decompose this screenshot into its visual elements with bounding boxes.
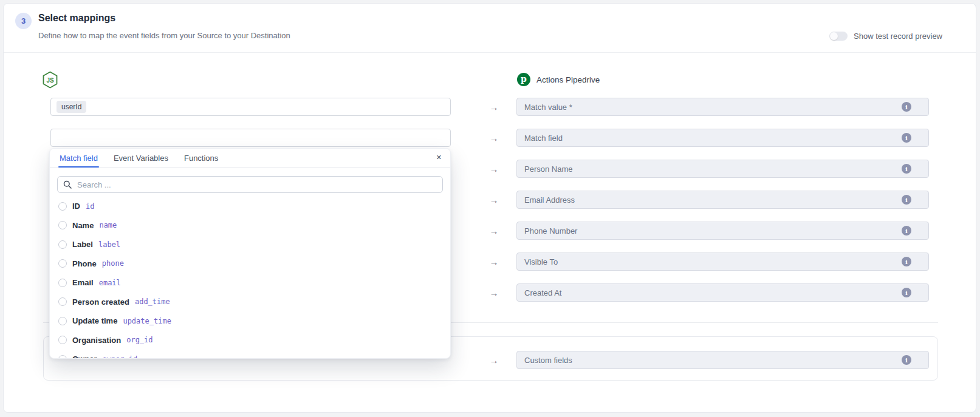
tab-event-variables[interactable]: Event Variables: [114, 149, 168, 167]
dropdown-tabbar: Match fieldEvent VariablesFunctions ✕: [50, 149, 450, 168]
option-code: email: [99, 279, 121, 287]
destination-field-label: Created At: [524, 288, 902, 297]
page-title: Select mappings: [38, 13, 115, 24]
option-label: Phone: [72, 259, 97, 268]
dropdown-searchbox: [57, 176, 443, 193]
destination-header: p Actions Pipedrive: [517, 73, 600, 86]
destination-field-label: Phone Number: [524, 226, 902, 236]
dropdown-option[interactable]: Update timeupdate_time: [50, 311, 450, 331]
destination-field-label: Match field: [524, 134, 902, 143]
destination-field-custom[interactable]: Custom fields i: [516, 351, 929, 369]
dropdown-option[interactable]: Person createdadd_time: [50, 293, 450, 312]
option-label: Owner: [72, 354, 97, 359]
option-label: ID: [72, 202, 80, 211]
radio-button-icon[interactable]: [58, 221, 67, 229]
mapping-arrow-icon: →: [485, 98, 502, 116]
source-field-input-userid[interactable]: userId: [50, 98, 451, 116]
step-number: 3: [21, 16, 26, 25]
dropdown-option[interactable]: Ownerowner_id: [50, 350, 450, 359]
option-code: id: [86, 202, 94, 211]
info-icon[interactable]: i: [902, 102, 911, 112]
radio-button-icon[interactable]: [58, 317, 67, 325]
option-code: label: [98, 240, 120, 249]
mapping-arrow-icon: →: [485, 129, 502, 147]
option-code: org_id: [126, 336, 152, 344]
info-icon[interactable]: i: [902, 195, 911, 205]
info-icon[interactable]: i: [902, 355, 911, 365]
svg-text:JS: JS: [46, 77, 54, 84]
option-code: add_time: [135, 297, 170, 306]
mapping-arrow-icon: →: [485, 253, 502, 271]
destination-field[interactable]: Created Ati: [516, 283, 929, 302]
nodejs-icon: JS: [42, 71, 58, 89]
dropdown-option-list: IDidNamenameLabellabelPhonephoneEmailema…: [50, 197, 450, 359]
info-icon[interactable]: i: [902, 257, 911, 266]
option-label: Email: [72, 278, 94, 287]
mapping-arrow-icon: →: [485, 351, 502, 369]
info-icon[interactable]: i: [902, 133, 911, 143]
mappings-content: JS p Actions Pipedrive userId →Match val…: [4, 53, 976, 412]
step-badge: 3: [15, 13, 32, 29]
destination-field[interactable]: Person Namei: [516, 160, 929, 178]
radio-button-icon[interactable]: [58, 336, 67, 344]
field-picker-dropdown: Match fieldEvent VariablesFunctions ✕ ID…: [49, 148, 451, 359]
radio-button-icon[interactable]: [58, 297, 67, 306]
tab-functions[interactable]: Functions: [184, 149, 218, 167]
mapping-arrow-icon: →: [485, 160, 502, 178]
info-icon[interactable]: i: [902, 288, 911, 297]
option-code: name: [99, 221, 117, 229]
mapping-arrow-icon: →: [485, 283, 502, 302]
tab-match-field[interactable]: Match field: [60, 149, 98, 167]
destination-field-label: Email Address: [524, 195, 902, 205]
radio-button-icon[interactable]: [58, 355, 67, 359]
show-test-record-toggle[interactable]: [829, 32, 848, 41]
destination-field[interactable]: Email Addressi: [516, 191, 929, 209]
header: 3 Select mappings Define how to map the …: [4, 4, 976, 53]
radio-button-icon[interactable]: [58, 279, 67, 287]
option-label: Label: [72, 240, 93, 249]
mapping-arrow-icon: →: [485, 222, 502, 240]
select-mappings-screen: 3 Select mappings Define how to map the …: [0, 0, 980, 417]
dropdown-option[interactable]: Labellabel: [50, 235, 450, 254]
option-label: Organisation: [72, 336, 121, 345]
pipedrive-icon: p: [517, 73, 530, 86]
destination-field-label: Person Name: [524, 164, 902, 174]
option-label: Name: [72, 221, 94, 230]
destination-field-label: Visible To: [524, 257, 902, 266]
test-record-toggle-row: Show test record preview: [829, 32, 942, 41]
close-icon[interactable]: ✕: [436, 154, 442, 161]
option-code: owner_id: [102, 355, 137, 359]
option-code: update_time: [123, 317, 171, 325]
dropdown-option[interactable]: IDid: [50, 197, 450, 216]
option-label: Person created: [72, 297, 129, 307]
source-value-chip[interactable]: userId: [57, 101, 86, 113]
destination-field[interactable]: Match value *i: [516, 98, 929, 116]
dropdown-option[interactable]: Phonephone: [50, 254, 450, 274]
destination-field[interactable]: Match fieldi: [516, 129, 929, 147]
radio-button-icon[interactable]: [58, 259, 67, 268]
option-code: phone: [102, 259, 124, 268]
toggle-knob-icon: [830, 32, 838, 40]
dropdown-tabs: Match fieldEvent VariablesFunctions: [60, 149, 218, 167]
source-field-input-empty[interactable]: [50, 129, 451, 147]
destination-field-label: Custom fields: [524, 356, 902, 365]
radio-button-icon[interactable]: [58, 240, 67, 249]
search-input[interactable]: [76, 180, 437, 190]
dropdown-option[interactable]: Organisationorg_id: [50, 331, 450, 350]
search-icon: [63, 180, 72, 189]
page-card: 3 Select mappings Define how to map the …: [3, 3, 976, 413]
destination-field[interactable]: Visible Toi: [516, 253, 929, 271]
destination-field[interactable]: Phone Numberi: [516, 222, 929, 240]
destination-title: Actions Pipedrive: [536, 75, 600, 84]
dropdown-option[interactable]: Emailemail: [50, 273, 450, 293]
option-label: Update time: [72, 316, 117, 325]
destination-field-label: Match value *: [524, 103, 902, 112]
dropdown-option[interactable]: Namename: [50, 216, 450, 236]
toggle-label: Show test record preview: [854, 32, 942, 41]
page-subtitle: Define how to map the event fields from …: [38, 31, 290, 40]
radio-button-icon[interactable]: [58, 202, 67, 211]
info-icon[interactable]: i: [902, 164, 911, 174]
mapping-arrow-icon: →: [485, 191, 502, 209]
info-icon[interactable]: i: [902, 226, 911, 236]
